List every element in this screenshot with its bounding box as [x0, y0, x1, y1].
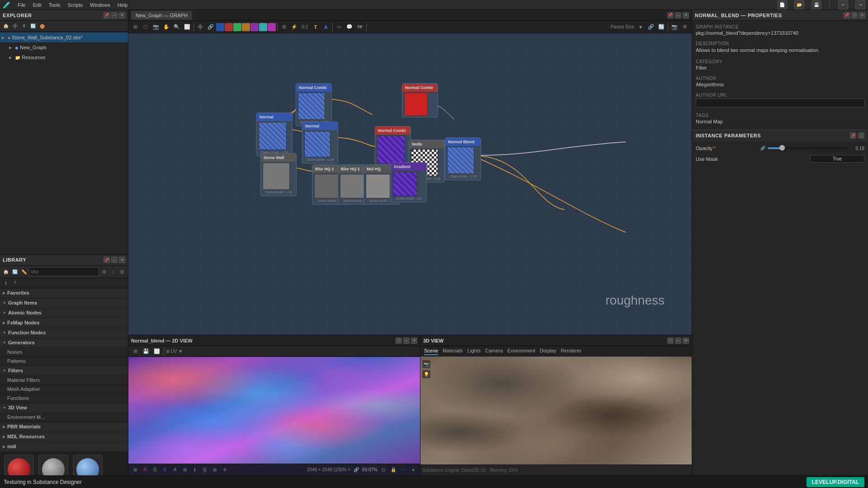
- menu-tools[interactable]: Tools: [49, 2, 61, 8]
- tab-camera[interactable]: Camera: [485, 347, 503, 355]
- tab-renderer[interactable]: Renderer: [561, 347, 581, 355]
- graph-tool-add[interactable]: ➕: [195, 22, 205, 32]
- lib-nav-info[interactable]: ℹ: [2, 279, 10, 287]
- view-3d-content[interactable]: 📷 💡: [420, 357, 692, 465]
- graph-tool-view[interactable]: ⊞: [130, 22, 140, 32]
- explorer-home[interactable]: 🏠: [2, 22, 10, 30]
- lib-subsection-noises[interactable]: Noises: [0, 348, 128, 357]
- lib-section-mdl[interactable]: ▶ MDL Resources: [0, 432, 128, 442]
- graph-color-purple[interactable]: [250, 23, 259, 31]
- lib-section-generators[interactable]: ▼ Generators: [0, 338, 128, 348]
- lib-subsection-functions[interactable]: Functions: [0, 394, 128, 403]
- thumb-blur[interactable]: Blur: [71, 455, 104, 476]
- view2d-green-circle-icon[interactable]: ●: [409, 466, 417, 474]
- graph-pin[interactable]: 📌: [667, 12, 674, 19]
- graph-color-blue[interactable]: [216, 23, 224, 31]
- lib-filter-icon[interactable]: ⚙: [100, 267, 108, 276]
- tab-materials[interactable]: Materials: [443, 347, 463, 355]
- view2d-fit-icon[interactable]: ⊡: [379, 466, 387, 474]
- opacity-slider-thumb[interactable]: [779, 145, 785, 150]
- graph-tool-grid[interactable]: ⊞: [279, 22, 289, 32]
- props-pin[interactable]: 📌: [844, 12, 850, 19]
- opacity-slider-track[interactable]: [768, 147, 849, 149]
- tab-environment[interactable]: Environment: [507, 347, 535, 355]
- graph-color-pink[interactable]: [268, 23, 276, 31]
- graph-settings[interactable]: ⚙: [680, 22, 690, 32]
- view2d-dots-icon[interactable]: ⋯: [399, 466, 407, 474]
- tab-scene[interactable]: Scene: [424, 347, 438, 355]
- props-close[interactable]: ✕: [859, 12, 865, 19]
- node-blue2[interactable]: Normal 2048×2048 · C16: [256, 113, 292, 156]
- graph-canvas[interactable]: Normal Combi 2048×2048 · C16 Normal Comb…: [128, 33, 692, 335]
- view-2d-close[interactable]: ✕: [411, 338, 417, 344]
- opacity-link-icon[interactable]: 🔗: [760, 145, 766, 151]
- graph-tool-t[interactable]: T: [311, 22, 321, 32]
- lib-section-mdl2[interactable]: ▶ mdl: [0, 442, 128, 452]
- view2d-tool3[interactable]: ⬜: [152, 347, 162, 357]
- graph-color-teal[interactable]: [259, 23, 267, 31]
- library-close[interactable]: ✕: [119, 257, 125, 263]
- view3d-bulb-icon[interactable]: 💡: [422, 370, 430, 378]
- menu-help[interactable]: Help: [118, 2, 128, 8]
- view2d-info-icon[interactable]: ℹ: [191, 466, 199, 474]
- library-pin[interactable]: 📌: [104, 257, 110, 263]
- library-min[interactable]: —: [111, 257, 118, 263]
- explorer-pin[interactable]: 📌: [104, 12, 110, 19]
- view-2d-content[interactable]: [128, 357, 420, 464]
- view2d-chain-icon[interactable]: 🔗: [352, 466, 360, 474]
- lib-section-3dview[interactable]: ▼ 3D View: [0, 403, 128, 413]
- lib-section-functions[interactable]: ▼ Function Nodes: [0, 328, 128, 338]
- explorer-item-substance[interactable]: ▶ ● Stone_Wall_Substance_02.sbs*: [0, 33, 128, 42]
- graph-tool-comment[interactable]: 💬: [344, 22, 354, 32]
- graph-tool-hand[interactable]: ✋: [161, 22, 171, 32]
- graph-color-red[interactable]: [225, 23, 233, 31]
- view-3d-min[interactable]: —: [675, 338, 681, 344]
- node-blue-right[interactable]: Normal Blend 2048×2048 · C16: [445, 137, 481, 180]
- lib-section-atomic[interactable]: ▼ Atomic Nodes: [0, 308, 128, 318]
- node-mid-blue[interactable]: Normal 2048×2048 · C16: [302, 122, 338, 164]
- menu-file[interactable]: File: [18, 2, 26, 8]
- view2d-r-icon[interactable]: R: [141, 466, 149, 474]
- lib-section-fxmap[interactable]: ▶ FxMap Nodes: [0, 318, 128, 328]
- explorer-item-resources[interactable]: ▶ 📁 Resources: [0, 52, 128, 62]
- lib-view-icon[interactable]: ⊞: [118, 267, 126, 276]
- explorer-more[interactable]: ⬤: [38, 22, 46, 30]
- menu-windows[interactable]: Windows: [90, 2, 110, 8]
- tab-lights[interactable]: Lights: [467, 347, 481, 355]
- view2d-move-icon[interactable]: ✛: [221, 466, 229, 474]
- explorer-up[interactable]: ⬆: [20, 22, 28, 30]
- node-purple-bottom[interactable]: Gradient 2048×2048 · C8: [391, 162, 427, 202]
- lib-subsection-material-filters[interactable]: Material Filters: [0, 376, 128, 385]
- explorer-add[interactable]: ➕: [11, 22, 19, 30]
- graph-tool-connect[interactable]: ⚡: [289, 22, 299, 32]
- lib-section-pbr[interactable]: ▶ PBR Materials: [0, 422, 128, 432]
- tab-display[interactable]: Display: [540, 347, 556, 355]
- graph-close[interactable]: ✕: [683, 12, 689, 19]
- graph-tool-frame2[interactable]: ▭: [334, 22, 344, 32]
- thumb-anisotro1[interactable]: Anisotro...: [3, 455, 35, 476]
- graph-refresh[interactable]: 🔄: [656, 22, 666, 32]
- graph-tool-frame[interactable]: ⬜: [182, 22, 192, 32]
- view2d-tool1[interactable]: ⊞: [130, 347, 140, 357]
- graph-tab[interactable]: New_Graph — GRAPH: [131, 11, 192, 20]
- view2d-tile-icon[interactable]: ⊞: [181, 466, 189, 474]
- library-search-input[interactable]: [29, 267, 99, 276]
- graph-tool-a[interactable]: A: [321, 22, 331, 32]
- graph-camera-link[interactable]: 📷: [670, 22, 679, 32]
- graph-size-link[interactable]: 🔗: [646, 22, 656, 32]
- view3d-cam-icon[interactable]: 📷: [422, 360, 430, 368]
- explorer-min[interactable]: —: [111, 12, 118, 19]
- explorer-refresh[interactable]: 🔄: [29, 22, 37, 30]
- view2d-rgb-icon[interactable]: ⊞: [131, 466, 139, 474]
- graph-tool-zoom[interactable]: 🔍: [172, 22, 182, 32]
- node-normal-combiner1[interactable]: Normal Combi 2048×2048 · C16: [296, 83, 332, 126]
- brand-btn[interactable]: LEVELUP.DIGITAL: [807, 477, 864, 487]
- use-mask-input[interactable]: [810, 155, 864, 163]
- instance-params-expand[interactable]: ⬡: [858, 132, 864, 139]
- props-expand[interactable]: ⬡: [851, 12, 858, 19]
- open-btn[interactable]: 📂: [794, 0, 804, 9]
- view2d-b-icon[interactable]: B: [161, 466, 169, 474]
- save-btn[interactable]: 💾: [811, 0, 821, 9]
- lib-edit-icon[interactable]: ✏️: [20, 267, 28, 276]
- undo-btn[interactable]: ↩: [838, 0, 848, 9]
